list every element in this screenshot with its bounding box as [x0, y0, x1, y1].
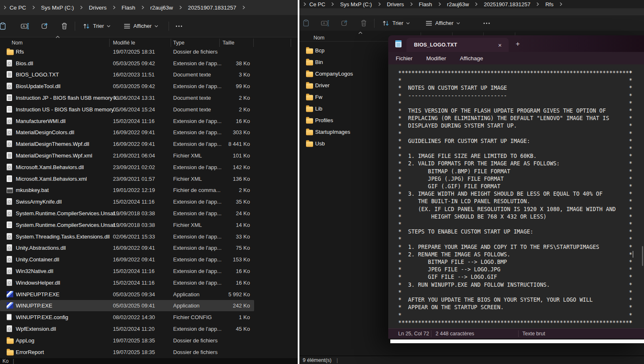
view-button[interactable]: Afficher — [120, 20, 162, 32]
file-modified: 21/09/2021 06:04 — [113, 152, 155, 159]
file-name: WINPEUPTP.EXE — [16, 291, 59, 297]
breadcrumb-item[interactable]: Drivers — [384, 0, 406, 9]
rename-button[interactable]: A — [318, 17, 333, 30]
chevron-right-icon — [32, 5, 36, 10]
chevron-right-icon — [242, 5, 246, 10]
table-row[interactable]: Microsoft.Xaml.Behaviors.xml 23/09/2021 … — [0, 173, 298, 184]
breadcrumb-item[interactable]: Sys MxP (C:) — [39, 3, 76, 12]
share-button[interactable] — [38, 20, 52, 32]
table-row[interactable]: System.Runtime.CompilerServices.Unsaf...… — [0, 219, 298, 231]
breadcrumb-item[interactable]: 20251907.1831257 — [186, 3, 239, 12]
table-row[interactable]: mkusbkey.bat 19/01/2022 12:19 Fichier de… — [0, 184, 298, 196]
delete-button[interactable] — [58, 20, 71, 32]
table-row[interactable]: Unity.Abstractions.dll 16/09/2022 09:41 … — [0, 242, 298, 254]
folder-name: Driver — [315, 82, 330, 89]
chevron-right-icon — [409, 2, 414, 6]
table-row[interactable]: MaterialDesignThemes.Wpf.xml 21/09/2021 … — [0, 150, 298, 161]
folder-icon — [306, 84, 313, 89]
table-row[interactable]: Win32Native.dll 15/02/2024 11:16 Extensi… — [0, 265, 298, 277]
breadcrumb-item[interactable]: Flash — [416, 0, 435, 9]
file-modified: 08/02/2022 14:30 — [113, 314, 155, 320]
scrollbar-thumb[interactable] — [642, 246, 643, 266]
table-row[interactable]: Bios.dll 05/03/2025 09:42 Extension de l… — [0, 57, 298, 69]
file-modified: 02/06/2021 15:33 — [113, 233, 155, 239]
menu-item[interactable]: Affichage — [456, 54, 487, 63]
text-editor[interactable]: ****************************************… — [388, 64, 644, 328]
view-button[interactable]: Afficher — [422, 17, 464, 29]
chevron-right-icon — [559, 2, 563, 6]
file-size: 35 Ko — [219, 199, 250, 205]
file-type: Extension de l'app... — [173, 141, 222, 147]
table-row[interactable]: System.Threading.Tasks.Extensions.dll 02… — [0, 231, 298, 242]
menu-item[interactable]: Fichier — [392, 54, 417, 63]
file-modified: 05/03/2025 09:42 — [113, 83, 155, 89]
paste-icon[interactable] — [0, 20, 10, 33]
table-row[interactable]: Instruction JP - BIOS flash USB memory k… — [0, 92, 298, 103]
file-name: Unity.Abstractions.dll — [16, 245, 66, 251]
share-button[interactable] — [338, 17, 352, 30]
breadcrumb-item[interactable]: Sys MxP (C:) — [338, 0, 374, 9]
table-row[interactable]: MaterialDesignColors.dll 16/09/2022 09:4… — [0, 127, 298, 138]
table-row[interactable]: MaterialDesignThemes.Wpf.dll 16/09/2022 … — [0, 138, 298, 150]
file-type: Dossier de fichiers — [173, 349, 218, 355]
more-button[interactable] — [173, 23, 185, 30]
table-row[interactable]: Unity.Container.dll 16/09/2022 09:41 Ext… — [0, 253, 298, 265]
breadcrumb-items: Ce PC Sys MxP (C:) Drivers — [307, 0, 566, 9]
file-icon — [7, 244, 12, 251]
new-tab-button[interactable]: + — [513, 39, 523, 49]
toolbar-divider — [374, 19, 375, 28]
file-icon — [7, 338, 14, 344]
file-icon — [7, 314, 12, 320]
file-type: Extension de l'app... — [173, 83, 222, 89]
sort-button[interactable]: Trier — [79, 20, 114, 32]
file-icon — [7, 83, 12, 89]
table-row[interactable]: Microsoft.Xaml.Behaviors.dll 23/09/2021 … — [0, 161, 298, 173]
table-row[interactable]: WINUPTP.EXE 05/03/2025 09:41 Application… — [0, 300, 254, 312]
notepad-titlebar[interactable]: BIOS_LOGO.TXT × + — [388, 35, 644, 52]
breadcrumb-item[interactable]: r2auj63w — [445, 0, 472, 9]
column-header-modified[interactable]: Modifié le — [113, 40, 135, 46]
table-row[interactable]: WindowsHelper.dll 15/02/2024 11:16 Exten… — [0, 277, 298, 288]
breadcrumb-item[interactable]: Drivers — [86, 3, 109, 12]
table-row[interactable]: WINPEUPTP.EXE 05/03/2025 09:34 Applicati… — [0, 288, 298, 300]
table-row[interactable]: Instruction US - BIOS flash USB memory .… — [0, 103, 298, 115]
tab-bios-logo[interactable]: BIOS_LOGO.TXT × — [406, 38, 509, 52]
close-tab-icon[interactable]: × — [495, 40, 504, 49]
column-header-name[interactable]: Nom — [12, 40, 22, 46]
text-cursor — [633, 251, 634, 258]
titlebar-strip — [299, 8, 644, 15]
table-row[interactable]: ManufacturerWMI.dll 15/02/2024 11:16 Ext… — [0, 115, 298, 127]
sort-icon — [382, 20, 389, 27]
breadcrumb-item[interactable]: r2auj63w — [148, 3, 176, 12]
breadcrumb-item[interactable]: Rfs — [543, 0, 556, 9]
table-row[interactable]: ErrorReport 19/07/2025 18:35 Dossier de … — [0, 346, 298, 358]
column-header-name[interactable]: Nom — [313, 35, 324, 41]
table-row[interactable]: AppLog 19/07/2025 18:35 Dossier de fichi… — [0, 334, 298, 346]
table-row[interactable]: WINUPTP.EXE.config 08/02/2022 14:30 Fich… — [0, 311, 298, 323]
table-row[interactable]: System.Runtime.CompilerServices.Unsaf...… — [0, 207, 298, 219]
column-header-size[interactable]: Taille — [223, 40, 235, 46]
table-row[interactable]: Rfs 19/07/2025 18:31 Dossier de fichiers — [0, 46, 298, 57]
file-icon — [7, 233, 12, 240]
table-row[interactable]: BiosUpdateTool.dll 05/03/2025 09:42 Exte… — [0, 80, 298, 92]
document-text-right-border: * * * * * * * * * * * * * * * * * * * * … — [629, 69, 632, 327]
breadcrumb-item[interactable]: 20251907.1831257 — [481, 0, 533, 9]
breadcrumb-item[interactable]: Flash — [119, 3, 138, 12]
chevron-right-icon — [179, 5, 183, 10]
column-header-type[interactable]: Type — [173, 40, 184, 46]
delete-button[interactable] — [357, 17, 370, 30]
breadcrumb-item[interactable]: Ce PC — [7, 3, 29, 12]
file-type: Extension de l'app... — [173, 233, 222, 239]
file-size: 75 Ko — [219, 245, 250, 251]
breadcrumb-item[interactable]: Ce PC — [307, 0, 328, 9]
table-row[interactable]: WpfExtension.dll 15/02/2024 11:20 Extens… — [0, 323, 298, 334]
rename-button[interactable]: A — [18, 20, 32, 32]
table-row[interactable]: SwissArmyKnife.dll 15/02/2024 11:16 Exte… — [0, 196, 298, 207]
menu-item[interactable]: Modifier — [422, 54, 451, 63]
file-icon — [7, 106, 12, 113]
more-button[interactable] — [480, 20, 493, 27]
table-row[interactable]: BIOS_LOGO.TXT 16/02/2023 11:51 Document … — [0, 69, 298, 81]
sort-button[interactable]: Trier — [378, 17, 414, 29]
file-icon — [7, 210, 12, 216]
paste-icon[interactable] — [299, 17, 313, 30]
